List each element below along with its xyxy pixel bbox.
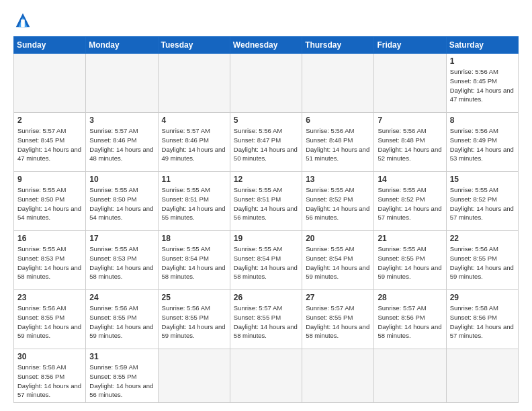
calendar-week-row: 23 Sunrise: 5:56 AMSunset: 8:55 PMDaylig…	[14, 290, 519, 349]
day-info: Sunrise: 5:55 AMSunset: 8:52 PMDaylight:…	[378, 185, 442, 222]
calendar-header-cell: Monday	[86, 37, 158, 54]
day-info: Sunrise: 5:55 AMSunset: 8:50 PMDaylight:…	[89, 185, 154, 222]
day-info: Sunrise: 5:59 AMSunset: 8:55 PMDaylight:…	[89, 363, 154, 400]
calendar-body: 1 Sunrise: 5:56 AMSunset: 8:45 PMDayligh…	[14, 54, 519, 403]
calendar-day-cell: 12 Sunrise: 5:55 AMSunset: 8:51 PMDaylig…	[230, 172, 302, 231]
calendar-day-cell: 20 Sunrise: 5:55 AMSunset: 8:54 PMDaylig…	[302, 231, 374, 290]
calendar-header-cell: Wednesday	[230, 37, 302, 54]
day-info: Sunrise: 5:55 AMSunset: 8:53 PMDaylight:…	[17, 244, 82, 281]
day-number: 31	[89, 352, 154, 361]
day-number: 20	[306, 234, 370, 243]
header	[13, 11, 519, 30]
calendar-header-cell: Friday	[374, 37, 446, 54]
calendar-day-cell: 11 Sunrise: 5:55 AMSunset: 8:51 PMDaylig…	[158, 172, 230, 231]
day-info: Sunrise: 5:55 AMSunset: 8:52 PMDaylight:…	[306, 185, 370, 222]
calendar-day-cell	[302, 54, 374, 113]
calendar-day-cell	[158, 54, 230, 113]
calendar-day-cell: 2 Sunrise: 5:57 AMSunset: 8:45 PMDayligh…	[14, 113, 86, 172]
day-info: Sunrise: 5:56 AMSunset: 8:55 PMDaylight:…	[450, 244, 515, 281]
calendar-day-cell	[158, 349, 230, 403]
day-info: Sunrise: 5:58 AMSunset: 8:56 PMDaylight:…	[450, 304, 515, 340]
calendar-day-cell: 14 Sunrise: 5:55 AMSunset: 8:52 PMDaylig…	[374, 172, 446, 231]
day-info: Sunrise: 5:56 AMSunset: 8:55 PMDaylight:…	[17, 304, 82, 340]
calendar-day-cell: 28 Sunrise: 5:57 AMSunset: 8:56 PMDaylig…	[374, 290, 446, 349]
page: SundayMondayTuesdayWednesdayThursdayFrid…	[0, 0, 532, 411]
day-number: 14	[378, 175, 442, 184]
day-number: 17	[89, 234, 154, 243]
day-number: 12	[234, 175, 298, 184]
day-info: Sunrise: 5:56 AMSunset: 8:48 PMDaylight:…	[378, 126, 442, 163]
day-number: 3	[89, 116, 154, 125]
calendar-day-cell: 13 Sunrise: 5:55 AMSunset: 8:52 PMDaylig…	[302, 172, 374, 231]
logo	[13, 11, 35, 30]
calendar-week-row: 9 Sunrise: 5:55 AMSunset: 8:50 PMDayligh…	[14, 172, 519, 231]
calendar-day-cell: 21 Sunrise: 5:55 AMSunset: 8:55 PMDaylig…	[374, 231, 446, 290]
calendar-day-cell	[446, 349, 518, 403]
day-number: 23	[17, 293, 82, 302]
day-number: 26	[234, 293, 298, 302]
day-number: 8	[450, 116, 515, 125]
day-info: Sunrise: 5:55 AMSunset: 8:52 PMDaylight:…	[450, 185, 515, 222]
day-info: Sunrise: 5:56 AMSunset: 8:55 PMDaylight:…	[162, 304, 226, 340]
day-info: Sunrise: 5:57 AMSunset: 8:56 PMDaylight:…	[378, 304, 442, 340]
day-info: Sunrise: 5:56 AMSunset: 8:49 PMDaylight:…	[450, 126, 515, 163]
day-number: 21	[378, 234, 442, 243]
day-number: 1	[450, 56, 515, 66]
day-number: 22	[450, 234, 515, 243]
calendar-header-cell: Thursday	[302, 37, 374, 54]
calendar-day-cell: 29 Sunrise: 5:58 AMSunset: 8:56 PMDaylig…	[446, 290, 518, 349]
svg-rect-2	[21, 19, 25, 27]
calendar-week-row: 2 Sunrise: 5:57 AMSunset: 8:45 PMDayligh…	[14, 113, 519, 172]
calendar-day-cell: 19 Sunrise: 5:55 AMSunset: 8:54 PMDaylig…	[230, 231, 302, 290]
day-number: 2	[17, 116, 82, 125]
calendar-week-row: 16 Sunrise: 5:55 AMSunset: 8:53 PMDaylig…	[14, 231, 519, 290]
calendar-week-row: 1 Sunrise: 5:56 AMSunset: 8:45 PMDayligh…	[14, 54, 519, 113]
day-number: 24	[89, 293, 154, 302]
day-info: Sunrise: 5:55 AMSunset: 8:51 PMDaylight:…	[234, 185, 298, 222]
day-number: 18	[162, 234, 226, 243]
day-info: Sunrise: 5:57 AMSunset: 8:55 PMDaylight:…	[306, 304, 370, 340]
calendar-day-cell: 4 Sunrise: 5:57 AMSunset: 8:46 PMDayligh…	[158, 113, 230, 172]
day-info: Sunrise: 5:57 AMSunset: 8:46 PMDaylight:…	[162, 126, 226, 163]
day-number: 11	[162, 175, 226, 184]
calendar-day-cell	[374, 54, 446, 113]
calendar-header-row: SundayMondayTuesdayWednesdayThursdayFrid…	[14, 37, 519, 54]
calendar-day-cell: 16 Sunrise: 5:55 AMSunset: 8:53 PMDaylig…	[14, 231, 86, 290]
day-number: 29	[450, 293, 515, 302]
day-info: Sunrise: 5:55 AMSunset: 8:54 PMDaylight:…	[234, 244, 298, 281]
day-number: 10	[89, 175, 154, 184]
day-number: 16	[17, 234, 82, 243]
calendar-day-cell: 3 Sunrise: 5:57 AMSunset: 8:46 PMDayligh…	[86, 113, 158, 172]
day-info: Sunrise: 5:55 AMSunset: 8:54 PMDaylight:…	[306, 244, 370, 281]
day-info: Sunrise: 5:55 AMSunset: 8:53 PMDaylight:…	[89, 244, 154, 281]
day-number: 28	[378, 293, 442, 302]
calendar-header-cell: Sunday	[14, 37, 86, 54]
calendar-day-cell: 26 Sunrise: 5:57 AMSunset: 8:55 PMDaylig…	[230, 290, 302, 349]
calendar-day-cell: 25 Sunrise: 5:56 AMSunset: 8:55 PMDaylig…	[158, 290, 230, 349]
day-number: 6	[306, 116, 370, 125]
calendar-day-cell: 1 Sunrise: 5:56 AMSunset: 8:45 PMDayligh…	[446, 54, 518, 113]
day-info: Sunrise: 5:55 AMSunset: 8:51 PMDaylight:…	[162, 185, 226, 222]
day-number: 25	[162, 293, 226, 302]
day-number: 5	[234, 116, 298, 125]
day-info: Sunrise: 5:55 AMSunset: 8:50 PMDaylight:…	[17, 185, 82, 222]
calendar-header-cell: Tuesday	[158, 37, 230, 54]
calendar-day-cell: 7 Sunrise: 5:56 AMSunset: 8:48 PMDayligh…	[374, 113, 446, 172]
calendar-day-cell: 22 Sunrise: 5:56 AMSunset: 8:55 PMDaylig…	[446, 231, 518, 290]
calendar-day-cell: 24 Sunrise: 5:56 AMSunset: 8:55 PMDaylig…	[86, 290, 158, 349]
calendar-day-cell	[230, 349, 302, 403]
calendar-day-cell	[374, 349, 446, 403]
calendar-day-cell	[14, 54, 86, 113]
day-info: Sunrise: 5:56 AMSunset: 8:48 PMDaylight:…	[306, 126, 370, 163]
day-info: Sunrise: 5:56 AMSunset: 8:55 PMDaylight:…	[89, 304, 154, 340]
calendar-day-cell: 8 Sunrise: 5:56 AMSunset: 8:49 PMDayligh…	[446, 113, 518, 172]
day-info: Sunrise: 5:57 AMSunset: 8:45 PMDaylight:…	[17, 126, 82, 163]
calendar-day-cell: 9 Sunrise: 5:55 AMSunset: 8:50 PMDayligh…	[14, 172, 86, 231]
calendar-day-cell: 10 Sunrise: 5:55 AMSunset: 8:50 PMDaylig…	[86, 172, 158, 231]
day-info: Sunrise: 5:55 AMSunset: 8:55 PMDaylight:…	[378, 244, 442, 281]
day-number: 30	[17, 352, 82, 361]
calendar-day-cell: 23 Sunrise: 5:56 AMSunset: 8:55 PMDaylig…	[14, 290, 86, 349]
calendar-day-cell: 17 Sunrise: 5:55 AMSunset: 8:53 PMDaylig…	[86, 231, 158, 290]
day-info: Sunrise: 5:57 AMSunset: 8:55 PMDaylight:…	[234, 304, 298, 340]
day-info: Sunrise: 5:56 AMSunset: 8:45 PMDaylight:…	[450, 67, 515, 104]
